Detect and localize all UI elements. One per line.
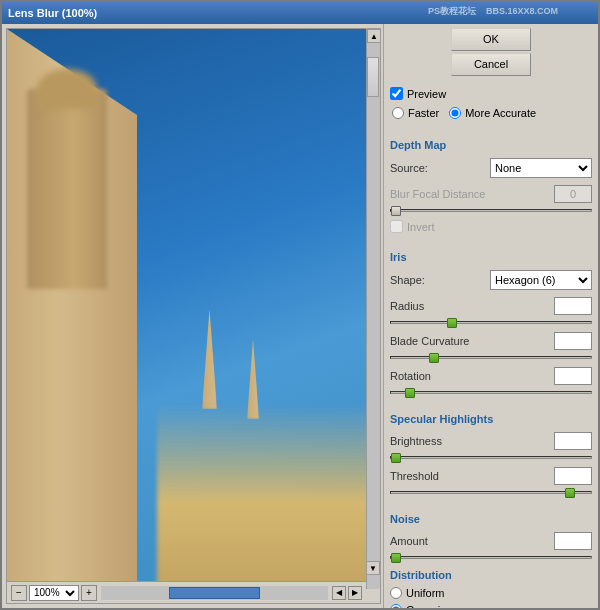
radius-slider-thumb[interactable] — [447, 318, 457, 328]
amount-slider-track — [390, 556, 592, 559]
amount-input[interactable]: 1 — [554, 532, 592, 550]
amount-slider-container — [390, 556, 592, 559]
vertical-scrollbar[interactable]: ▲ ▼ — [366, 29, 380, 589]
title-bar: Lens Blur (100%) PS教程花坛 BBS.16XX8.COM — [2, 2, 598, 24]
depth-map-section-label: Depth Map — [390, 139, 592, 151]
blade-curvature-slider-thumb[interactable] — [429, 353, 439, 363]
faster-radio[interactable] — [392, 107, 404, 119]
preview-image — [7, 29, 380, 603]
blur-focal-slider-thumb[interactable] — [391, 206, 401, 216]
amount-slider-thumb[interactable] — [391, 553, 401, 563]
iris-section-label: Iris — [390, 251, 592, 263]
building-column — [27, 89, 107, 289]
more-accurate-radio[interactable] — [449, 107, 461, 119]
brightness-row: Brightness 0 — [390, 432, 592, 450]
scroll-down-button[interactable]: ▼ — [366, 561, 380, 575]
brightness-label: Brightness — [390, 435, 554, 447]
uniform-label: Uniform — [406, 587, 445, 599]
specular-section-label: Specular Highlights — [390, 413, 592, 425]
radius-input[interactable]: 19 — [554, 297, 592, 315]
rotation-row: Rotation 25 — [390, 367, 592, 385]
bottom-corner — [366, 589, 380, 603]
amount-row: Amount 1 — [390, 532, 592, 550]
uniform-radio-row: Uniform — [390, 587, 592, 599]
invert-label: Invert — [407, 221, 435, 233]
blur-focal-label: Blur Focal Distance — [390, 188, 554, 200]
preview-bottom-bar: − 100% + ◀ ▶ — [7, 581, 366, 603]
window-title: Lens Blur (100%) — [8, 7, 97, 19]
blade-curvature-slider-track — [390, 356, 592, 359]
preview-row: Preview — [390, 87, 592, 100]
scroll-up-button[interactable]: ▲ — [367, 29, 381, 43]
faster-radio-row: Faster — [392, 107, 439, 119]
brightness-slider-track — [390, 456, 592, 459]
h-scroll-thumb[interactable] — [169, 587, 260, 599]
threshold-label: Threshold — [390, 470, 554, 482]
threshold-slider-track — [390, 491, 592, 494]
radius-slider-track — [390, 321, 592, 324]
brightness-input[interactable]: 0 — [554, 432, 592, 450]
blade-curvature-input[interactable]: 19 — [554, 332, 592, 350]
threshold-input[interactable]: 201 — [554, 467, 592, 485]
blade-curvature-label: Blade Curvature — [390, 335, 554, 347]
blade-curvature-row: Blade Curvature 19 — [390, 332, 592, 350]
controls-panel: OK Cancel Preview Faster More Accurate — [383, 24, 598, 608]
building-base — [157, 403, 380, 603]
watermark: PS教程花坛 BBS.16XX8.COM — [428, 5, 558, 18]
rotation-input[interactable]: 25 — [554, 367, 592, 385]
threshold-slider-container — [390, 491, 592, 494]
shape-select[interactable]: Hexagon (6) — [490, 270, 592, 290]
threshold-row: Threshold 201 — [390, 467, 592, 485]
radius-row: Radius 19 — [390, 297, 592, 315]
more-accurate-radio-row: More Accurate — [449, 107, 536, 119]
scroll-right-button[interactable]: ▶ — [348, 586, 362, 600]
invert-row: Invert — [390, 220, 592, 233]
gaussian-radio[interactable] — [390, 604, 402, 608]
source-row: Source: None — [390, 158, 592, 178]
more-accurate-label: More Accurate — [465, 107, 536, 119]
zoom-in-button[interactable]: + — [81, 585, 97, 601]
main-window: Lens Blur (100%) PS教程花坛 BBS.16XX8.COM ▲ — [0, 0, 600, 610]
scroll-left-button[interactable]: ◀ — [332, 586, 346, 600]
shape-label: Shape: — [390, 274, 490, 286]
source-select[interactable]: None — [490, 158, 592, 178]
rotation-label: Rotation — [390, 370, 554, 382]
rotation-slider-thumb[interactable] — [405, 388, 415, 398]
blade-curvature-slider-container — [390, 356, 592, 359]
gaussian-label: Gaussian — [406, 604, 452, 608]
blur-focal-row: Blur Focal Distance — [390, 185, 592, 203]
preview-panel: ▲ ▼ − 100% + ◀ ▶ — [6, 28, 381, 604]
rotation-slider-track — [390, 391, 592, 394]
building-ornament — [37, 69, 97, 109]
rotation-slider-container — [390, 391, 592, 394]
radius-slider-container — [390, 321, 592, 324]
preview-checkbox[interactable] — [390, 87, 403, 100]
preview-label: Preview — [407, 88, 446, 100]
uniform-radio[interactable] — [390, 587, 402, 599]
ok-button[interactable]: OK — [451, 28, 531, 51]
scroll-v-thumb[interactable] — [367, 57, 379, 97]
cancel-button[interactable]: Cancel — [451, 53, 531, 76]
amount-label: Amount — [390, 535, 554, 547]
horizontal-scrollbar-track[interactable] — [101, 586, 328, 600]
blur-focal-slider-track — [390, 209, 592, 212]
brightness-slider-thumb[interactable] — [391, 453, 401, 463]
threshold-slider-thumb[interactable] — [565, 488, 575, 498]
spire-left — [202, 309, 217, 409]
radius-label: Radius — [390, 300, 554, 312]
blur-focal-input — [554, 185, 592, 203]
distribution-section-label: Distribution — [390, 569, 592, 581]
zoom-out-button[interactable]: − — [11, 585, 27, 601]
preview-quality-row: Faster More Accurate — [392, 106, 592, 120]
faster-label: Faster — [408, 107, 439, 119]
noise-section-label: Noise — [390, 513, 592, 525]
gaussian-radio-row: Gaussian — [390, 604, 592, 608]
blur-focal-slider-container — [390, 209, 592, 212]
source-label: Source: — [390, 162, 490, 174]
zoom-select[interactable]: 100% — [29, 585, 79, 601]
invert-checkbox — [390, 220, 403, 233]
brightness-slider-container — [390, 456, 592, 459]
shape-row: Shape: Hexagon (6) — [390, 270, 592, 290]
main-content: ▲ ▼ − 100% + ◀ ▶ — [2, 24, 598, 608]
button-row: OK Cancel — [390, 28, 592, 78]
